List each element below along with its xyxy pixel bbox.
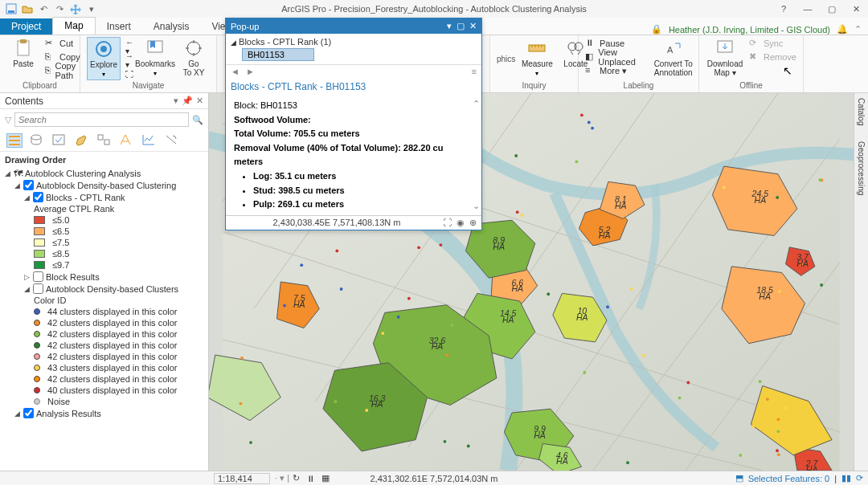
blockresults-checkbox[interactable] [33, 271, 43, 282]
viewunplaced-button[interactable]: ◧View Unplaced [585, 51, 649, 63]
open-icon[interactable] [21, 2, 34, 15]
map-icon: 🗺 [14, 169, 23, 178]
list-source-icon[interactable] [29, 133, 45, 148]
legend-class[interactable]: ≤8.5 [34, 248, 203, 259]
status-grid-icon[interactable]: ▦ [321, 473, 330, 483]
copypath-button[interactable]: ⎘Copy Path [45, 64, 80, 77]
paste-button[interactable]: Paste [6, 37, 40, 70]
panel-pin-icon[interactable]: 📌 [182, 96, 193, 106]
scale-input[interactable]: 1:18,414 [214, 473, 270, 484]
svg-rect-14 [53, 135, 64, 145]
status-pause-icon[interactable]: ⏸ [306, 474, 315, 483]
explore-button[interactable]: Explore▾ [87, 37, 121, 80]
qat-dropdown-icon[interactable]: ▾ [85, 2, 98, 15]
popup-titlebar[interactable]: Pop-up ▾▢✕ [226, 18, 481, 34]
popup-log: Log: 35.1 cu meters [253, 169, 473, 184]
gotoxy-button[interactable]: Go To XY [177, 37, 211, 79]
undo-icon[interactable]: ↶ [37, 2, 50, 15]
legend-class[interactable]: ≤7.5 [34, 237, 203, 248]
popup-select-icon[interactable]: ⊕ [469, 218, 477, 228]
list-label-icon[interactable] [119, 133, 135, 148]
tab-map[interactable]: Map [52, 17, 95, 35]
list-chart-icon[interactable] [141, 133, 158, 148]
popup-scroll-down-icon[interactable]: ⌄ [473, 199, 480, 214]
legend-class[interactable]: ≤6.5 [34, 226, 203, 237]
tab-project[interactable]: Project [0, 18, 52, 35]
convert-annotation-button[interactable]: A Convert To Annotation [654, 37, 692, 79]
popup-next-icon[interactable]: ► [246, 67, 255, 76]
search-input[interactable] [14, 112, 189, 127]
notifications-icon[interactable]: 🔔 [837, 24, 848, 35]
nav-extent-button[interactable]: ⛶ [125, 67, 133, 80]
popup-dropdown-icon[interactable]: ▾ [447, 21, 452, 31]
legend-class[interactable]: ≤5.0 [34, 214, 203, 226]
popup-scroll-up-icon[interactable]: ⌃ [473, 97, 480, 112]
nav-next-button[interactable]: → ▾ [125, 54, 133, 67]
popup-restore-icon[interactable]: ▢ [457, 21, 465, 31]
more-button[interactable]: ≡More ▾ [585, 64, 649, 77]
list-snap-icon[interactable] [96, 133, 113, 148]
legend-cluster[interactable]: 43 clusters displayed in this color [34, 362, 203, 373]
legend-cluster[interactable]: 42 clusters displayed in this color [34, 317, 203, 328]
list-edit-icon[interactable] [74, 133, 90, 148]
measure-button[interactable]: Measure▾ [520, 37, 554, 79]
tab-analysis[interactable]: Analysis [142, 18, 201, 35]
sync-button[interactable]: ⟳Sync [749, 37, 796, 50]
popup-menu-icon[interactable]: ≡ [472, 67, 477, 76]
analysis-checkbox[interactable] [23, 408, 34, 418]
tab-geoprocessing[interactable]: Geoprocessing [857, 141, 866, 195]
toc-layer-blocks[interactable]: ◢Blocks - CPTL Rank [24, 191, 203, 203]
tab-catalog[interactable]: Catalog [857, 98, 866, 125]
toc-clusters-layer[interactable]: ◢Autoblock Density-based Clusters [24, 283, 203, 295]
status-rotate-icon[interactable]: ↻ [293, 473, 300, 483]
toc-analysis-results[interactable]: ◢Analysis Results [14, 407, 203, 419]
selected-count[interactable]: Selected Features: 0 [748, 474, 830, 483]
save-icon[interactable] [5, 2, 18, 15]
status-pause2-icon[interactable]: ▮▮ [841, 473, 851, 483]
toc-block-results[interactable]: ▷Block Results [24, 271, 203, 283]
popup-zoom-icon[interactable]: ⛶ [443, 218, 452, 228]
remove-button[interactable]: ✖Remove [749, 51, 796, 63]
legend-cluster[interactable]: 42 clusters displayed in this color [34, 351, 203, 362]
cut-button[interactable]: ✂Cut [45, 37, 80, 50]
list-drawing-icon[interactable] [6, 133, 23, 148]
popup-close-icon[interactable]: ✕ [469, 21, 477, 31]
popup-flash-icon[interactable]: ◉ [457, 218, 465, 228]
legend-cluster[interactable]: 44 clusters displayed in this color [34, 306, 203, 317]
pan-icon[interactable] [69, 2, 82, 15]
legend-cluster[interactable]: 42 clusters displayed in this color [34, 328, 203, 340]
popup-tree-layer[interactable]: ◢ Blocks - CPTL Rank (1) [231, 37, 477, 47]
maximize-icon[interactable]: ▢ [825, 4, 839, 14]
bookmarks-button[interactable]: Bookmarks▾ [138, 37, 172, 79]
help-icon[interactable]: ? [776, 4, 791, 14]
list-selection-icon[interactable] [51, 133, 68, 148]
layer2-checkbox[interactable] [33, 192, 43, 202]
clusters-checkbox[interactable] [33, 283, 43, 294]
panel-close-icon[interactable]: ✕ [196, 96, 203, 106]
search-icon[interactable]: 🔍 [192, 115, 203, 125]
filter-icon[interactable]: ▽ [5, 115, 11, 125]
legend-cluster[interactable]: 42 clusters displayed in this color [34, 373, 203, 385]
signin-user[interactable]: Heather (J.D. Irving, Limited - GIS Clou… [669, 25, 830, 35]
popup-tree-feature[interactable]: BH01153 [242, 48, 314, 61]
convert-icon: A [664, 39, 683, 58]
status-refresh-icon[interactable]: ⟳ [856, 473, 863, 483]
panel-dropdown-icon[interactable]: ▾ [174, 96, 178, 106]
legend-class[interactable]: ≤9.7 [34, 259, 203, 271]
close-icon[interactable]: ✕ [849, 4, 863, 14]
legend-cluster[interactable]: 42 clusters displayed in this color [34, 340, 203, 351]
legend-cluster[interactable]: 40 clusters displayed in this color [34, 385, 203, 396]
toc-layer-group[interactable]: ◢Autoblock Density-based Clustering [14, 179, 203, 191]
toc-map[interactable]: ◢🗺Autoblock Clustering Analysis [5, 168, 203, 179]
popup-feature-link[interactable]: Blocks - CPTL Rank - BH01153 [226, 78, 481, 96]
redo-icon[interactable]: ↷ [53, 2, 66, 15]
noise-item[interactable]: Noise [34, 396, 203, 407]
popup-prev-icon[interactable]: ◄ [231, 67, 240, 76]
ribbon-collapse-icon[interactable]: ⌃ [854, 24, 862, 35]
tab-insert[interactable]: Insert [96, 18, 142, 35]
infographics-partial[interactable]: phics [497, 55, 515, 63]
minimize-icon[interactable]: — [800, 4, 815, 14]
list-tool-icon[interactable] [164, 133, 180, 148]
download-map-button[interactable]: Download Map ▾ [706, 37, 744, 79]
layer1-checkbox[interactable] [23, 180, 34, 190]
